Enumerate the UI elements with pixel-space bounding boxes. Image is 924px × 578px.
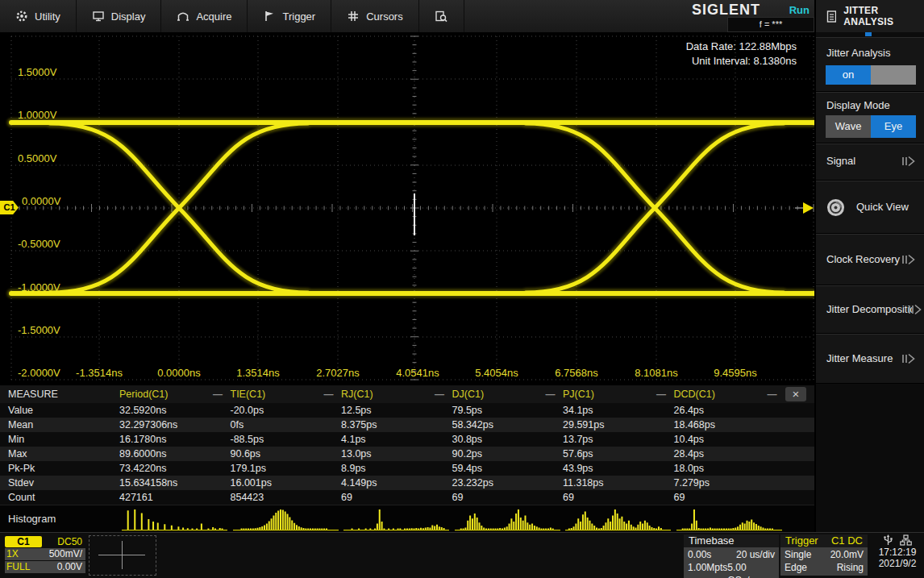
- trigger-source: C1 DC: [831, 534, 863, 547]
- menu-utility[interactable]: Utility: [0, 0, 77, 32]
- sidebar-item-clock-recovery[interactable]: Clock Recovery: [816, 234, 924, 285]
- menu-label: Cursors: [366, 10, 403, 23]
- sidebar-item-signal[interactable]: Signal: [816, 143, 924, 181]
- channel-probe: 1X: [6, 548, 19, 560]
- y-axis-label: -2.0000V: [18, 367, 60, 379]
- table-row: Min16.1780ns-88.5ps4.1ps30.8ps13.7ps10.4…: [0, 432, 814, 447]
- collapse-column-button[interactable]: —: [546, 389, 556, 400]
- menu-cursors[interactable]: Cursors: [331, 0, 419, 32]
- measure-value: 29.591ps: [563, 419, 604, 430]
- collapse-column-button[interactable]: —: [324, 389, 334, 400]
- jitter-analysis-toggle[interactable]: on: [826, 65, 916, 85]
- trigger-position-box: [89, 535, 156, 576]
- trigger-slope: Rising: [837, 561, 864, 574]
- brand-cluster: SIGLENT Run f = ***: [684, 0, 814, 32]
- sidebar-item-quick-view[interactable]: Quick View: [816, 181, 924, 234]
- measure-value: 18.0ps: [674, 463, 705, 474]
- toggle-off-segment[interactable]: [871, 65, 916, 85]
- measure-value: 12.5ps: [341, 405, 372, 416]
- measure-value: 16.001ps: [231, 477, 272, 489]
- table-row: Stdev15.634158ns16.001ps4.149ps23.232ps1…: [0, 476, 814, 490]
- measure-column-header: RJ(C1): [341, 389, 373, 400]
- menu-trigger[interactable]: Trigger: [248, 0, 331, 32]
- trigger-type: Edge: [785, 561, 807, 574]
- channel-coupling: DC50: [57, 536, 82, 548]
- timebase-scale: 20 us/div: [736, 548, 775, 561]
- collapse-column-button[interactable]: —: [768, 389, 777, 400]
- histogram-row: Histogram: [0, 505, 814, 532]
- toggle-on-segment[interactable]: on: [826, 65, 871, 85]
- lan-icon: [900, 534, 912, 546]
- section-display-mode: Display Mode Wave Eye: [816, 92, 924, 143]
- display-mode-label: Display Mode: [826, 99, 890, 111]
- display-mode-eye-button[interactable]: Eye: [871, 115, 916, 138]
- menu-label: Utility: [35, 10, 60, 23]
- trigger-mode: Single: [785, 548, 811, 561]
- measure-value: 427161: [119, 492, 153, 503]
- measure-column-header: TIE(C1): [231, 389, 266, 400]
- clock-date: 2021/9/2: [872, 558, 922, 569]
- capture-button[interactable]: [419, 0, 464, 32]
- measure-value: 8.375ps: [341, 419, 377, 430]
- flag-icon: [263, 10, 276, 23]
- measure-value: 30.8ps: [452, 434, 483, 445]
- measure-value: 10.4ps: [674, 434, 705, 445]
- sidebar: JITTER ANALYSIS Jitter Analysis on Displ…: [814, 0, 924, 532]
- display-icon: [92, 10, 105, 23]
- x-axis-label: 5.4054ns: [475, 367, 518, 379]
- measure-value: 15.634158ns: [119, 477, 177, 489]
- x-axis-label: 9.4595ns: [714, 367, 757, 379]
- y-axis-label: -0.5000V: [18, 238, 60, 250]
- y-axis-label: -1.5000V: [18, 324, 60, 336]
- collapse-column-button[interactable]: —: [213, 389, 223, 400]
- measure-value: 89.6000ns: [119, 448, 166, 459]
- timebase-descriptor[interactable]: Timebase 0.00s20 us/div 1.00Mpts5.00 GSa…: [684, 534, 779, 578]
- channel-scale: 500mV/: [49, 548, 82, 560]
- measure-value: 69: [674, 492, 685, 503]
- sidebar-header: JITTER ANALYSIS: [816, 0, 924, 32]
- row-label: Pk-Pk: [8, 463, 35, 474]
- histogram-tie: [232, 506, 340, 531]
- trigger-level-marker: [803, 202, 814, 214]
- x-axis-label: 0.0000ns: [157, 367, 201, 379]
- table-header-row: MEASUREPeriod(C1)—TIE(C1)—RJ(C1)—DJ(C1)—…: [0, 385, 814, 403]
- submenu-chevron-icon: [901, 353, 916, 364]
- menu-bar: Utility Display Acquire Trigger Cursors …: [0, 0, 814, 32]
- measure-value: 8.9ps: [341, 463, 366, 474]
- trigger-descriptor[interactable]: TriggerC1 DC Single20.0mV EdgeRising: [780, 534, 868, 576]
- x-axis-label: -1.3514ns: [76, 367, 123, 379]
- menu-label: Trigger: [282, 10, 315, 23]
- measure-value: 90.2ps: [452, 448, 483, 459]
- submenu-chevron-icon: [901, 254, 916, 265]
- plot-area[interactable]: Data Rate: 122.88Mbps Unit Interval: 8.1…: [0, 32, 814, 385]
- unit-interval-label: Unit Interval: 8.1380ns: [686, 54, 797, 69]
- x-axis-label: 8.1081ns: [635, 367, 678, 379]
- close-table-button[interactable]: ×: [785, 387, 806, 401]
- measure-value: 73.4220ns: [119, 463, 166, 474]
- eye-annotations: Data Rate: 122.88Mbps Unit Interval: 8.1…: [686, 40, 797, 69]
- collapse-column-button[interactable]: —: [435, 389, 444, 400]
- jitter-analysis-label: Jitter Analysis: [826, 47, 890, 59]
- display-mode-wave-button[interactable]: Wave: [826, 115, 871, 138]
- menu-label: Display: [111, 10, 146, 23]
- measure-value: 7.279ps: [674, 477, 710, 489]
- menu-display[interactable]: Display: [77, 0, 162, 32]
- histogram-dj: [454, 506, 562, 531]
- measure-value: 28.4ps: [674, 448, 705, 459]
- table-row: Value32.5920ns-20.0ps12.5ps79.5ps34.1ps2…: [0, 403, 814, 418]
- measure-value: 13.0ps: [341, 448, 372, 459]
- row-label: Stdev: [8, 477, 34, 489]
- trigger-level: 20.0mV: [830, 548, 864, 561]
- collapse-column-button[interactable]: —: [656, 389, 666, 400]
- histogram-dcd: [676, 506, 784, 531]
- measure-value: 32.297306ns: [119, 419, 177, 430]
- channel-descriptor[interactable]: C1 DC50 1X 500mV/ FULL 0.00V: [5, 536, 85, 573]
- crosshair-icon: [122, 541, 123, 569]
- sidebar-item-jitter-decomposition[interactable]: Jitter Decomposition: [816, 285, 924, 334]
- measure-value: 58.342ps: [452, 419, 493, 430]
- sidebar-item-jitter-measure[interactable]: Jitter Measure: [816, 334, 924, 384]
- row-label: Value: [8, 405, 33, 416]
- menu-acquire[interactable]: Acquire: [161, 0, 248, 32]
- x-axis-label: 1.3514ns: [236, 367, 280, 379]
- table-row: Count42716185442369696969: [0, 490, 814, 505]
